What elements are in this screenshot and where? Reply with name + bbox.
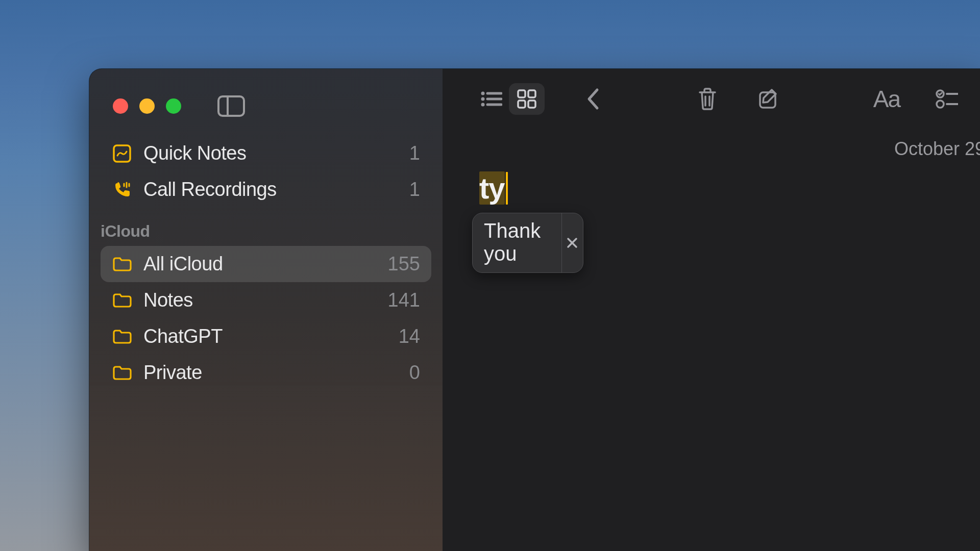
sidebar-folder-private[interactable]: Private 0	[101, 355, 431, 391]
note-editor[interactable]: ty Thank you	[443, 162, 980, 215]
sidebar-item-label: All iCloud	[143, 253, 377, 275]
folder-icon	[112, 254, 132, 274]
sidebar-item-count: 14	[399, 325, 420, 347]
compose-button[interactable]	[751, 83, 787, 115]
autocomplete-dismiss-button[interactable]	[561, 213, 583, 272]
sidebar-folder-chatgpt[interactable]: ChatGPT 14	[101, 318, 431, 355]
sidebar-item-count: 0	[409, 362, 420, 384]
sidebar-top-section: Quick Notes 1 Call Recordings 1	[89, 129, 443, 208]
window-controls	[113, 98, 181, 114]
folder-icon	[112, 290, 132, 311]
sidebar-item-label: ChatGPT	[143, 325, 387, 347]
sidebar-item-count: 1	[409, 179, 420, 201]
trash-icon	[697, 87, 718, 111]
sidebar: Quick Notes 1 Call Recordings 1 iCloud	[89, 69, 443, 551]
svg-rect-9	[518, 90, 525, 97]
svg-rect-11	[518, 101, 525, 108]
sidebar-item-label: Call Recordings	[143, 179, 398, 201]
sidebar-item-label: Quick Notes	[143, 142, 398, 164]
svg-point-3	[481, 92, 485, 95]
list-view-button[interactable]	[473, 83, 509, 115]
minimize-window-button[interactable]	[139, 98, 155, 114]
phone-icon	[112, 180, 132, 200]
note-date: October 29	[443, 129, 980, 162]
view-segmented-control	[473, 83, 545, 115]
svg-rect-0	[218, 96, 244, 116]
sidebar-group-title: iCloud	[89, 208, 443, 246]
checklist-button[interactable]	[929, 83, 965, 115]
delete-button[interactable]	[690, 83, 725, 115]
toolbar: Aa	[443, 69, 980, 129]
sidebar-item-call-recordings[interactable]: Call Recordings 1	[101, 171, 431, 208]
quicknote-icon	[112, 143, 132, 164]
svg-point-5	[481, 97, 485, 101]
close-icon	[566, 237, 578, 249]
autocomplete-popup: Thank you	[472, 213, 583, 273]
sidebar-item-count: 155	[388, 253, 420, 275]
svg-rect-10	[528, 90, 535, 97]
text-caret	[506, 172, 508, 205]
app-window: Quick Notes 1 Call Recordings 1 iCloud	[89, 69, 980, 551]
main-pane: Aa October 29 ty Thank you	[443, 69, 980, 551]
compose-icon	[757, 88, 780, 110]
titlebar	[89, 83, 443, 129]
typed-text-wrap: ty Thank you	[479, 172, 508, 205]
sidebar-item-count: 1	[409, 142, 420, 164]
sidebar-item-label: Private	[143, 362, 398, 384]
sidebar-item-label: Notes	[143, 289, 377, 311]
format-icon: Aa	[873, 85, 900, 113]
typed-text: ty	[479, 172, 505, 205]
list-icon	[480, 90, 502, 108]
svg-rect-12	[528, 101, 535, 108]
chevron-left-icon	[586, 88, 600, 110]
close-window-button[interactable]	[113, 98, 128, 114]
grid-icon	[517, 89, 537, 109]
svg-point-7	[481, 103, 485, 107]
sidebar-folder-notes[interactable]: Notes 141	[101, 282, 431, 318]
checklist-icon	[936, 89, 958, 109]
sidebar-folders-section: All iCloud 155 Notes 141 ChatGPT 14	[89, 246, 443, 391]
sidebar-item-quick-notes[interactable]: Quick Notes 1	[101, 135, 431, 171]
toggle-sidebar-button[interactable]	[216, 94, 247, 118]
autocomplete-suggestion[interactable]: Thank you	[473, 213, 561, 272]
grid-view-button[interactable]	[509, 83, 545, 115]
back-button[interactable]	[575, 83, 611, 115]
svg-point-16	[937, 101, 944, 108]
sidebar-icon	[217, 95, 245, 117]
folder-icon	[112, 363, 132, 383]
format-button[interactable]: Aa	[865, 83, 909, 115]
fullscreen-window-button[interactable]	[166, 98, 181, 114]
folder-icon	[112, 327, 132, 347]
sidebar-folder-all-icloud[interactable]: All iCloud 155	[101, 246, 431, 282]
sidebar-item-count: 141	[388, 289, 420, 311]
